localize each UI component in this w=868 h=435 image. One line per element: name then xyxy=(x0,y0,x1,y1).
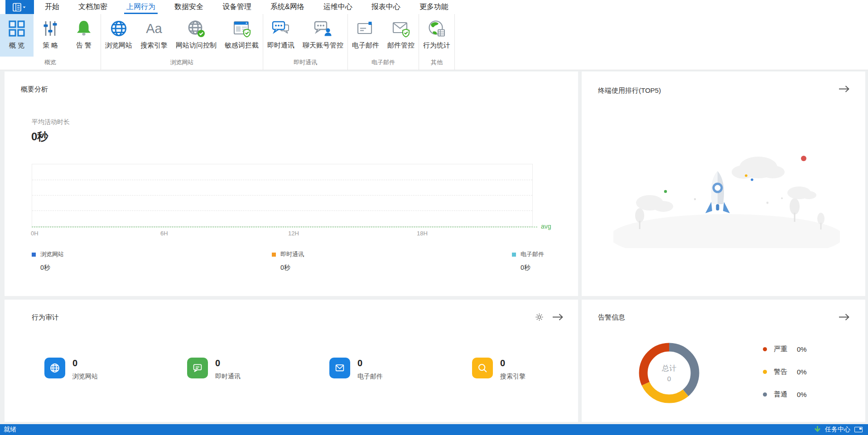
blue-dot xyxy=(751,178,753,181)
behavior-audit-panel: 行为审计 0 浏览网站 0 即时通讯 xyxy=(5,300,578,422)
download-arrow-icon xyxy=(814,425,821,434)
menu-bar: 开始 文档加密 上网行为 数据安全 设备管理 系统&网络 运维中心 报表中心 更… xyxy=(0,0,868,14)
activity-line-chart xyxy=(32,164,533,227)
overview-grid-icon xyxy=(7,17,27,40)
menu-tabs: 开始 文档加密 上网行为 数据安全 设备管理 系统&网络 运维中心 报表中心 更… xyxy=(35,0,458,14)
sensitive-word-block-icon xyxy=(232,17,252,40)
chat-icon xyxy=(187,358,208,378)
chart-avg-label: avg xyxy=(541,223,551,230)
ribbon-group-label-other: 其他 xyxy=(419,57,454,70)
green-dot xyxy=(664,190,667,193)
ribbon-group-label-im: 即时通讯 xyxy=(263,57,347,70)
legend-item-web-browsing: 浏览网站 0秒 xyxy=(32,250,64,272)
policy-sliders-icon xyxy=(40,17,60,40)
chart-gridline xyxy=(32,195,532,196)
yellow-dot-icon xyxy=(763,370,767,374)
menu-tab-doc-encryption[interactable]: 文档加密 xyxy=(69,0,117,14)
site-access-control-icon xyxy=(186,17,206,40)
alert-bell-icon xyxy=(74,17,94,40)
alert-legend-warning: 警告 0% xyxy=(763,368,807,376)
ribbon-item-chat-account-control[interactable]: 聊天账号管控 xyxy=(299,14,347,57)
menu-tab-report-center[interactable]: 报表中心 xyxy=(362,0,410,14)
panel-open-arrow-icon[interactable] xyxy=(838,85,850,95)
ribbon-group-label-web-browsing: 浏览网站 xyxy=(101,57,263,70)
avg-activity-duration-value: 0秒 xyxy=(31,129,48,144)
settings-gear-icon[interactable] xyxy=(535,313,544,323)
ribbon-item-policy[interactable]: 策 略 xyxy=(34,14,67,57)
menu-tab-web-behavior[interactable]: 上网行为 xyxy=(117,0,165,14)
ribbon-item-email[interactable]: 电子邮件 xyxy=(348,14,383,57)
menu-tab-more-functions[interactable]: 更多功能 xyxy=(410,0,458,14)
panel-title-summary: 概要分析 xyxy=(21,85,48,94)
donut-center-text: 总计 0 xyxy=(635,339,703,407)
avg-activity-duration-label: 平均活动时长 xyxy=(32,118,70,126)
stat-value: 0 xyxy=(500,358,526,368)
stat-label: 即时通讯 xyxy=(215,373,241,381)
ribbon-item-email-control[interactable]: 邮件管控 xyxy=(383,14,419,57)
panel-title-ranking: 终端使用排行(TOP5) xyxy=(598,86,661,95)
ribbon-item-search-engine[interactable]: Aa 搜索引擎 xyxy=(136,14,172,57)
red-dot xyxy=(801,156,806,161)
ribbon-group-overview: 概 览 策 略 告 警 xyxy=(0,14,101,70)
ribbon-group-other: 行为统计 其他 xyxy=(419,14,455,70)
panel-open-arrow-icon[interactable] xyxy=(838,313,850,323)
ribbon-item-sensitive-word-block[interactable]: 敏感词拦截 xyxy=(221,14,263,57)
ribbon-group-im: 即时通讯 聊天账号管控 即时通讯 xyxy=(263,14,348,70)
chart-gridline xyxy=(32,180,532,180)
chart-gridline xyxy=(32,210,532,211)
stat-value: 0 xyxy=(215,358,241,368)
globe-icon xyxy=(44,358,65,378)
menu-tab-system-network[interactable]: 系统&网络 xyxy=(261,0,314,14)
x-axis-tick: 12H xyxy=(288,230,299,237)
alert-info-panel: 告警信息 总计 0 严重 0% 警告 0% 普通 0% xyxy=(582,300,865,422)
legend-marker-cyan xyxy=(512,253,516,257)
ribbon-item-browse-web[interactable]: 浏览网站 xyxy=(101,14,136,57)
gray-dot-icon xyxy=(763,392,767,397)
menu-tab-ops-center[interactable]: 运维中心 xyxy=(314,0,362,14)
x-axis-tick: 0H xyxy=(31,230,39,237)
ribbon-group-label-email: 电子邮件 xyxy=(348,57,419,70)
app-logo-icon xyxy=(13,3,27,12)
panel-title-alerts: 告警信息 xyxy=(598,313,625,322)
app-menu-button[interactable] xyxy=(5,0,34,14)
legend-marker-blue xyxy=(32,253,36,257)
alert-legend-critical: 严重 0% xyxy=(763,345,807,354)
task-center-button[interactable]: 任务中心 xyxy=(825,425,850,434)
x-axis-tick: 18H xyxy=(417,230,428,237)
menu-tab-device-management[interactable]: 设备管理 xyxy=(213,0,261,14)
menu-tab-start[interactable]: 开始 xyxy=(35,0,69,14)
panel-title-audit: 行为审计 xyxy=(32,313,59,322)
email-shield-icon xyxy=(391,17,411,40)
audit-stat-search-engine: 0 搜索引擎 xyxy=(472,358,526,381)
legend-item-im: 即时通讯 0秒 xyxy=(272,250,304,272)
search-icon xyxy=(472,358,493,378)
audit-stat-web-browsing: 0 浏览网站 xyxy=(44,358,98,381)
ribbon-group-label-overview: 概览 xyxy=(0,57,101,70)
ribbon-item-overview[interactable]: 概 览 xyxy=(0,14,34,57)
menu-tab-data-security[interactable]: 数据安全 xyxy=(165,0,213,14)
ribbon-group-email: 电子邮件 邮件管控 电子邮件 xyxy=(348,14,419,70)
browse-web-globe-icon xyxy=(109,17,129,40)
panel-open-arrow-icon[interactable] xyxy=(552,313,564,323)
chat-account-control-icon xyxy=(313,17,333,40)
empty-state-illustration xyxy=(613,144,840,250)
chevron-down-icon xyxy=(23,6,25,8)
red-dot-icon xyxy=(763,347,767,351)
ribbon-item-site-access-control[interactable]: 网站访问控制 xyxy=(172,14,221,57)
legend-marker-orange xyxy=(272,253,276,257)
mail-icon xyxy=(329,358,350,378)
status-bar: 就绪 任务中心 xyxy=(0,424,868,435)
ribbon-group-web-browsing: 浏览网站 Aa 搜索引擎 网站访问控制 xyxy=(101,14,263,70)
task-window-icon[interactable] xyxy=(854,427,863,432)
audit-stat-email: 0 电子邮件 xyxy=(329,358,383,381)
chart-avg-line xyxy=(32,227,537,227)
stat-value: 0 xyxy=(357,358,383,368)
stat-label: 电子邮件 xyxy=(357,373,383,381)
ribbon-item-im[interactable]: 即时通讯 xyxy=(263,14,299,57)
email-icon xyxy=(356,17,376,40)
ribbon-item-alert[interactable]: 告 警 xyxy=(67,14,101,57)
ribbon-item-behavior-stats[interactable]: 行为统计 xyxy=(419,14,454,57)
im-chat-icon xyxy=(271,17,291,40)
ribbon-toolbar: 概 览 策 略 告 警 xyxy=(0,14,868,70)
terminal-ranking-panel: 终端使用排行(TOP5) xyxy=(582,72,865,296)
